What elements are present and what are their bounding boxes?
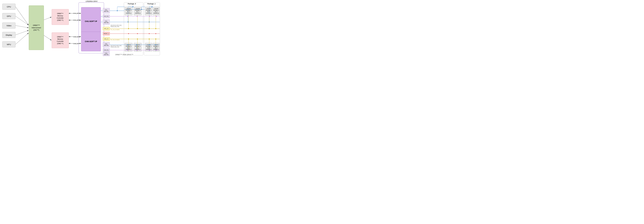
orbit-ddr-ophy-label: ORBIT™ DDR OPHY™ [115, 54, 133, 56]
svg-line-2 [16, 26, 28, 28]
lane-ch1-pll: CH1_PLL [103, 15, 110, 18]
omc-ch0-box: ORBIT™ Memory Controller (OMC™) [52, 32, 69, 48]
dq-signal-label-ch0: DQ [15:0], WCK [10]RDQS [10], DMI [110, 45, 121, 48]
lane-ch0-dbyte1: CH0_DBYTE1 [103, 52, 110, 56]
svg-line-1 [16, 16, 28, 25]
oic-box: ORBIT™ Interconnect (OIC™) [29, 6, 44, 50]
architecture-diagram: CPU GPU Video Display NPU ORBIT™ Interco… [0, 0, 161, 56]
lane-ch1-ca: CH1_CA [103, 27, 110, 30]
ch1-dfi-label: CH1_DFI [73, 12, 79, 14]
omc-ch1-box: ORBIT™ Memory Controller (OMC™) [52, 9, 69, 25]
ch1-softip-box: CH1-SOFT IP [81, 7, 101, 35]
gpu-box: GPU [2, 13, 16, 19]
ophy-title: LPDDR54 OPHY [81, 0, 102, 2]
ca-signal-label-ch0: CA_AS_CA [9:0] [110, 39, 120, 40]
chip-p0-d1-cb: LPDDR5Package_0Die_1Channel_B [134, 7, 142, 15]
svg-line-3 [16, 30, 28, 35]
lane-reset-n: RESET_n [103, 32, 110, 35]
cpu-box: CPU [2, 4, 16, 10]
svg-line-6 [44, 35, 52, 40]
ch0-softip-box: CH0-SOFT IP [81, 32, 101, 51]
chip-p0-d0-cb: LPDDR5Package_0Die_0Channel_B [124, 7, 132, 15]
chip-p0-d1-ca: LPDDR5Package_0Die_1Channel_A [134, 43, 142, 52]
ch1-apb-label: CH1_APB [73, 19, 80, 21]
chip-p1-d0-cb: LPDDR5Package_1Die_0Channel_B [145, 7, 152, 15]
ch0-dfi-label: CH0_DFI [73, 43, 79, 44]
chip-p1-d1-ca: LPDDR5Package_1Die_1Channel_A [153, 43, 160, 52]
lane-ch0-ca: CH0_CA [103, 37, 110, 41]
npu-box: NPU [2, 41, 16, 47]
ch0-apb-label: CH0_APB [73, 36, 80, 38]
dq-signal-label-ch1: DQ [15:0], WCK [10],RDQS [10], DMI [110, 24, 122, 27]
lane-ch2-dbyte0: CH2_DBYTE0 [103, 19, 110, 24]
chip-p1-d0-ca: LPDDR5Package_1Die_0Channel_A [145, 43, 152, 52]
package-0-label: Package_0 [128, 3, 136, 5]
lane-ch0-dbyte0: CH0_DBYTE0 [103, 42, 110, 47]
ca-signal-label-ch1: CA_AS_CA [9:0] [110, 29, 120, 30]
package-1-label: Package_1 [148, 3, 156, 5]
svg-point-17 [117, 10, 118, 11]
display-box: Display [2, 32, 16, 38]
lane-ch1-dbyte1: CH1_DBYTE1 [103, 8, 110, 13]
chip-p0-d0-ca: LPDDR5Package_0Die_0Channel_A [124, 43, 132, 52]
video-box: Video [2, 22, 16, 28]
svg-line-4 [16, 33, 28, 44]
svg-line-5 [44, 17, 52, 20]
chip-p1-d1-cb: LPDDR5Package_1Die_1Channel_B [153, 7, 160, 15]
svg-line-0 [16, 7, 28, 25]
lane-ch0-pll: CH0_PLL [103, 48, 110, 52]
